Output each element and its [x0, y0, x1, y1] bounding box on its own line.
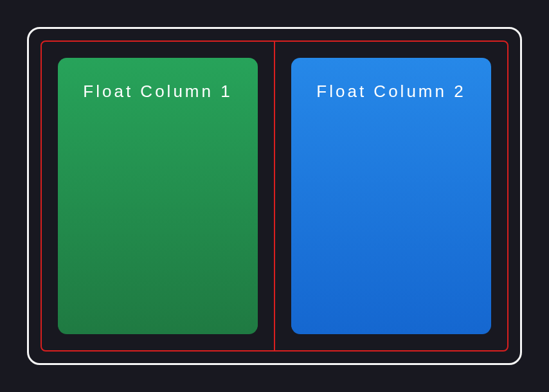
float-column-1-label: Float Column 1: [83, 82, 232, 101]
row: Float Column 1 Float Column 2: [40, 40, 509, 352]
cell-2: Float Column 2: [274, 40, 509, 352]
cell-1: Float Column 1: [40, 40, 274, 352]
outer-container: Float Column 1 Float Column 2: [27, 27, 522, 365]
float-column-1: Float Column 1: [58, 58, 258, 334]
float-column-2-label: Float Column 2: [316, 82, 465, 101]
float-column-2: Float Column 2: [291, 58, 491, 334]
